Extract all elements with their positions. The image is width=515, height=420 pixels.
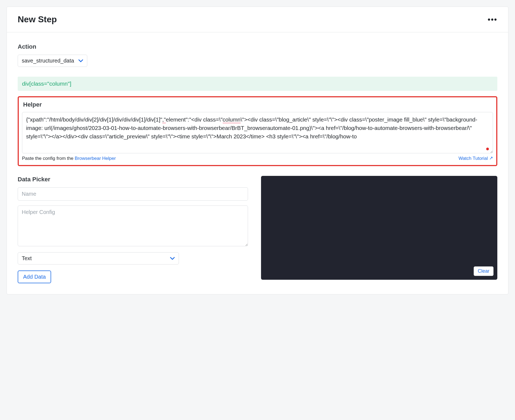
page-title: New Step [18, 14, 57, 24]
helper-config-input[interactable] [18, 206, 248, 246]
name-input[interactable] [18, 187, 248, 201]
watch-tutorial-link[interactable]: Watch Tutorial ↗ [458, 156, 493, 161]
action-select-value: save_structured_data [22, 58, 74, 64]
helper-label: Helper [23, 101, 493, 108]
preview-column: Clear [261, 176, 497, 280]
columns: Data Picker Text Add Data Clear [18, 176, 497, 283]
chevron-down-icon [170, 255, 175, 262]
helper-section: Helper {"xpath":"/html/body/div/div[2]/d… [18, 96, 497, 166]
data-picker-column: Data Picker Text Add Data [18, 176, 248, 283]
external-link-icon: ↗ [489, 155, 493, 161]
card-header: New Step ••• [7, 7, 508, 32]
helper-hint: Paste the config from the Browserbear He… [22, 156, 116, 161]
add-data-button[interactable]: Add Data [18, 270, 51, 283]
type-select[interactable]: Text [18, 252, 179, 265]
new-step-card: New Step ••• Action save_structured_data… [7, 7, 508, 294]
preview-pane: Clear [261, 176, 497, 280]
more-icon[interactable]: ••• [488, 18, 497, 21]
action-label: Action [18, 43, 497, 50]
browserbear-helper-link[interactable]: Browserbear Helper [75, 156, 116, 161]
helper-hint-text: Paste the config from the [22, 156, 75, 161]
watch-tutorial: Watch Tutorial ↗ [458, 155, 493, 161]
helper-hint-row: Paste the config from the Browserbear He… [22, 155, 493, 161]
selector-chip: div[class="column"] [18, 77, 497, 91]
action-select[interactable]: save_structured_data [18, 55, 87, 67]
clear-button[interactable]: Clear [474, 266, 494, 276]
chevron-down-icon [78, 58, 83, 64]
helper-textarea[interactable]: {"xpath":"/html/body/div/div[2]/div[1]/d… [22, 112, 493, 153]
data-picker-label: Data Picker [18, 176, 248, 183]
type-select-value: Text [22, 255, 32, 262]
card-body: Action save_structured_data div[class="c… [7, 32, 508, 294]
